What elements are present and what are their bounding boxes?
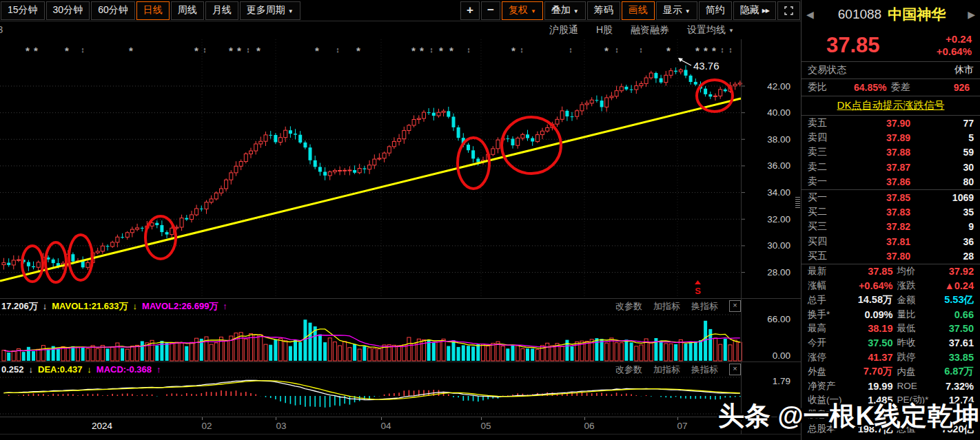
candle-body-up	[125, 233, 129, 238]
close-indicator-icon[interactable]: ×	[729, 364, 741, 375]
candle-body-up	[610, 96, 613, 98]
event-marker-icon: *	[704, 45, 708, 56]
candle-body-down	[724, 90, 727, 92]
candle-body-down	[155, 223, 159, 225]
tool-draw-line[interactable]: 画线	[622, 1, 655, 20]
tool-fuquan-label: 复权	[509, 4, 528, 17]
tool-zoom-out[interactable]: −	[481, 1, 500, 20]
tool-zoom-in[interactable]: +	[460, 1, 480, 20]
vol-bar-down	[467, 346, 470, 361]
vol-bar-up	[358, 349, 361, 361]
vol-bar-up	[96, 348, 99, 361]
ask-row[interactable]: 卖四37.895	[802, 130, 980, 145]
link-margin[interactable]: 融资融券	[631, 24, 669, 36]
candle-body-down	[106, 246, 110, 247]
vol-bar-down	[452, 340, 456, 361]
bid-row[interactable]: 买五37.8028	[802, 249, 980, 264]
vol-bar-down	[571, 346, 574, 361]
vol-bar-up	[585, 342, 589, 362]
trade-status-value: 休市	[955, 64, 974, 76]
candle-body-down	[160, 225, 163, 232]
vol-bar-down	[595, 338, 598, 361]
period-tab-60min[interactable]: 60分钟	[91, 1, 135, 20]
tool-fuquan[interactable]: 复权▼	[502, 1, 543, 20]
volume-chart[interactable]: 66.000.00	[0, 313, 801, 362]
indicator-menu-item[interactable]: 改参数	[615, 300, 642, 313]
ask-row[interactable]: 卖三37.8859	[802, 145, 980, 160]
indicator-menu-item[interactable]: 加指标	[653, 300, 680, 313]
bid-price: 37.85	[842, 192, 931, 203]
candle-body-up	[546, 128, 549, 132]
indicator-menu-item[interactable]: 换指标	[691, 300, 718, 313]
period-tab-weekly[interactable]: 周线	[171, 1, 204, 20]
stat-row: 净资产19.99ROE7.32%	[802, 379, 980, 393]
vol-bar-down	[457, 347, 460, 361]
macd-header: 0.252↓DEA:0.437↓MACD:-0.368↑ 改参数加指标换指标×	[0, 362, 801, 377]
chevron-down-icon: ▼	[573, 8, 579, 14]
panel-resize-grip[interactable]	[795, 197, 800, 209]
ask-row[interactable]: 卖五37.9077	[802, 116, 980, 130]
chart-tools: +−复权▼叠加▼筹码画线显示▼简约隐藏▶▶	[460, 0, 801, 21]
period-tab-daily[interactable]: 日线	[136, 1, 170, 20]
event-marker-icon: ↕	[336, 45, 340, 54]
period-tab-more-periods[interactable]: 更多周期▼	[240, 1, 300, 20]
stat-value: 33.85	[932, 352, 974, 363]
legend-item: ↑	[223, 301, 227, 311]
stat-value: 37.61	[932, 337, 974, 348]
tool-simple[interactable]: 简约	[699, 1, 732, 20]
indicator-menu-item[interactable]: 换指标	[691, 364, 718, 376]
vol-bar-down	[684, 344, 688, 361]
stat-label: 涨停	[808, 351, 850, 364]
bid-row[interactable]: 买一37.851069	[802, 190, 980, 205]
ask-row[interactable]: 卖二37.8730	[802, 160, 980, 174]
macd-chart[interactable]: 1.79	[0, 375, 801, 417]
vol-bar-down	[309, 323, 312, 361]
bid-row[interactable]: 买二37.8335	[802, 205, 980, 219]
time-axis-label: 04	[380, 421, 391, 431]
link-h-shares[interactable]: H股	[596, 24, 613, 36]
event-marker-icon: *	[695, 45, 700, 56]
trendline[interactable]	[0, 98, 741, 281]
bid-row[interactable]: 买四37.8136	[802, 234, 980, 249]
event-marker-icon: *	[356, 45, 360, 56]
prev-stock-icon[interactable]: ◀	[806, 9, 814, 20]
indicator-menu-item[interactable]: 改参数	[615, 364, 642, 376]
next-stock-icon[interactable]: ▶	[968, 9, 975, 20]
close-indicator-icon[interactable]: ×	[729, 300, 741, 312]
indicator-menu-item[interactable]: 加指标	[653, 364, 680, 376]
time-axis-label: 07	[677, 421, 687, 431]
tool-fullscreen[interactable]	[777, 1, 800, 20]
candle-body-up	[101, 246, 104, 251]
tool-hide[interactable]: 隐藏▶▶	[733, 1, 776, 20]
stock-name: 中国神华	[888, 5, 946, 24]
link-hgt[interactable]: 沪股通	[549, 24, 578, 36]
candle-body-up	[373, 159, 376, 165]
period-tab-15min[interactable]: 15分钟	[1, 1, 45, 20]
candle-body-down	[353, 170, 356, 173]
vol-axis-max: 66.00	[767, 314, 790, 324]
dk-signal-link[interactable]: DK点自动提示涨跌信号	[837, 99, 945, 112]
legend-item: DEA:0.437	[38, 364, 82, 375]
tool-chips[interactable]: 筹码	[587, 1, 620, 20]
stat-label: 总手	[808, 294, 850, 306]
event-marker-icon: *	[194, 45, 198, 56]
candle-body-down	[7, 263, 10, 265]
vol-bar-up	[407, 337, 411, 361]
period-tab-monthly[interactable]: 月线	[205, 1, 238, 20]
stat-label: 涨跌	[893, 280, 932, 292]
vol-bar-down	[7, 353, 10, 361]
candle-body-up	[644, 78, 648, 83]
ask-row[interactable]: 卖一37.8680	[802, 175, 980, 189]
bid-row[interactable]: 买三37.829	[802, 220, 980, 234]
event-marker-icon: *	[511, 45, 515, 56]
vol-bar-up	[551, 346, 554, 361]
link-ma-settings[interactable]: 设置均线▼	[687, 24, 734, 36]
event-markers: ***↕**↕**↕**↕***↕**↕*↕↕*↕↕****↕↕	[25, 45, 733, 56]
candle-body-up	[136, 228, 139, 229]
period-tab-30min[interactable]: 30分钟	[46, 1, 90, 20]
vol-bar-down	[674, 344, 677, 361]
candlestick-chart[interactable]: 42.0040.0038.0036.0034.0032.0030.0028.00…	[0, 39, 801, 298]
candle-body-down	[141, 228, 144, 229]
tool-display[interactable]: 显示▼	[656, 1, 697, 20]
tool-overlay[interactable]: 叠加▼	[544, 1, 586, 20]
